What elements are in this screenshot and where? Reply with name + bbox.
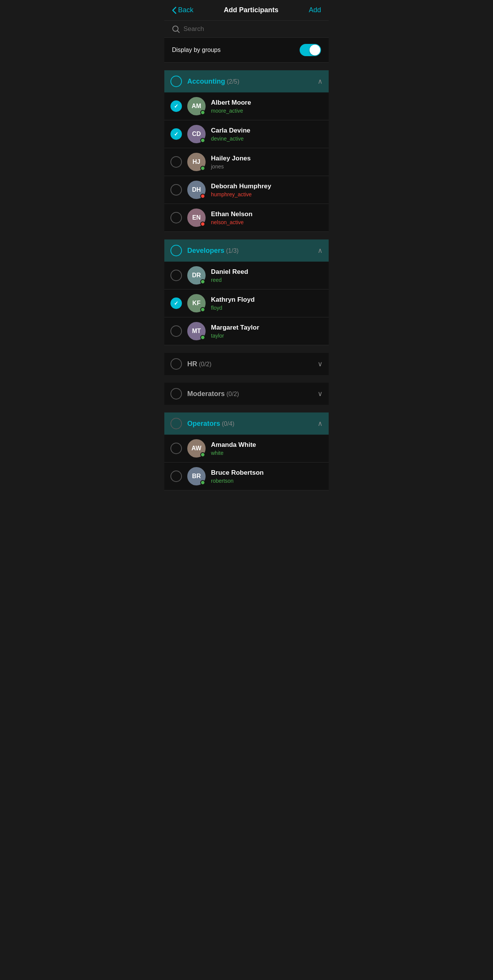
participant-name: Margaret Taylor [211, 324, 259, 332]
status-dot [200, 335, 205, 340]
group-section-moderators: Moderators (0/2)∨ [164, 383, 329, 405]
participant-row[interactable]: DHDeborah Humphreyhumphrey_active [164, 176, 329, 204]
participant-row[interactable]: DRDaniel Reedreed [164, 262, 329, 289]
participant-row[interactable]: ENEthan Nelsonnelson_active [164, 204, 329, 232]
group-title-moderators: Moderators (0/2) [187, 390, 239, 398]
participant-info: Albert Mooremoore_active [211, 99, 251, 114]
participant-name: Ethan Nelson [211, 210, 253, 218]
group-checkbox-developers[interactable] [170, 245, 182, 256]
avatar: MT [187, 322, 206, 340]
group-checkbox-operators[interactable] [170, 418, 182, 429]
group-checkbox-hr[interactable] [170, 358, 182, 370]
participant-checkbox-accounting-1[interactable] [170, 128, 182, 140]
status-dot [200, 307, 205, 312]
group-header-hr[interactable]: HR (0/2)∨ [164, 353, 329, 375]
participant-info: Hailey Jonesjones [211, 155, 251, 170]
participant-name: Kathryn Floyd [211, 296, 255, 304]
avatar: EN [187, 209, 206, 227]
status-dot [200, 480, 205, 485]
back-button[interactable]: Back [172, 6, 193, 14]
participant-checkbox-developers-2[interactable] [170, 325, 182, 337]
group-chevron-hr: ∨ [318, 360, 323, 368]
group-section-operators: Operators (0/4)∧AWAmanda WhitewhiteBRBru… [164, 412, 329, 490]
group-count-moderators: (0/2) [225, 391, 239, 397]
participant-checkbox-accounting-3[interactable] [170, 184, 182, 196]
participant-row[interactable]: CDCarla Devinedevine_active [164, 120, 329, 148]
status-dot [200, 138, 205, 143]
status-dot [200, 166, 205, 171]
avatar: KF [187, 294, 206, 312]
participant-checkbox-operators-0[interactable] [170, 443, 182, 454]
search-bar [164, 21, 329, 38]
avatar: BR [187, 467, 206, 485]
participant-checkbox-accounting-0[interactable] [170, 100, 182, 112]
chevron-left-icon [172, 6, 177, 14]
participant-name: Daniel Reed [211, 268, 248, 276]
group-section-developers: Developers (1/3)∧DRDaniel ReedreedKFKath… [164, 239, 329, 345]
participant-name: Albert Moore [211, 99, 251, 107]
participant-username: moore_active [211, 108, 251, 114]
participant-row[interactable]: AMAlbert Mooremoore_active [164, 92, 329, 120]
participant-name: Hailey Jones [211, 155, 251, 162]
header: Back Add Participants Add [164, 0, 329, 21]
group-header-operators[interactable]: Operators (0/4)∧ [164, 412, 329, 435]
group-title-operators: Operators (0/4) [187, 420, 234, 428]
search-input[interactable] [183, 25, 321, 33]
participant-row[interactable]: KFKathryn Floydfloyd [164, 289, 329, 317]
participant-username: taylor [211, 333, 259, 339]
participant-info: Ethan Nelsonnelson_active [211, 210, 253, 225]
add-button[interactable]: Add [309, 6, 321, 14]
group-count-developers: (1/3) [224, 247, 238, 254]
group-title-accounting: Accounting (2/5) [187, 78, 239, 86]
participant-name: Amanda White [211, 441, 256, 449]
participant-row[interactable]: MTMargaret Taylortaylor [164, 317, 329, 345]
group-chevron-accounting: ∧ [318, 77, 323, 86]
participant-info: Bruce Robertsonrobertson [211, 469, 264, 484]
group-header-developers[interactable]: Developers (1/3)∧ [164, 239, 329, 262]
avatar: DH [187, 181, 206, 199]
toggle-knob [310, 45, 320, 55]
group-header-accounting[interactable]: Accounting (2/5)∧ [164, 70, 329, 92]
participant-username: devine_active [211, 136, 250, 142]
group-header-moderators[interactable]: Moderators (0/2)∨ [164, 383, 329, 405]
participant-username: humphrey_active [211, 191, 271, 197]
participant-checkbox-accounting-2[interactable] [170, 156, 182, 168]
participant-info: Margaret Taylortaylor [211, 324, 259, 339]
avatar: CD [187, 125, 206, 143]
participant-username: jones [211, 163, 251, 170]
participant-info: Carla Devinedevine_active [211, 127, 250, 142]
participant-checkbox-operators-1[interactable] [170, 471, 182, 482]
avatar: AW [187, 439, 206, 458]
group-count-accounting: (2/5) [225, 78, 239, 85]
participant-username: reed [211, 277, 248, 283]
participant-row[interactable]: HJHailey Jonesjones [164, 148, 329, 176]
group-chevron-moderators: ∨ [318, 390, 323, 398]
avatar: AM [187, 97, 206, 115]
participant-name: Bruce Robertson [211, 469, 264, 477]
participant-row[interactable]: BRBruce Robertsonrobertson [164, 463, 329, 490]
participant-username: floyd [211, 305, 255, 311]
participant-username: white [211, 450, 256, 456]
participant-checkbox-developers-0[interactable] [170, 270, 182, 281]
svg-line-1 [178, 31, 180, 33]
display-by-groups-row: Display by groups [164, 38, 329, 63]
group-count-operators: (0/4) [220, 420, 234, 427]
group-chevron-operators: ∧ [318, 419, 323, 428]
page-title: Add Participants [224, 6, 278, 14]
avatar: HJ [187, 153, 206, 171]
group-checkbox-accounting[interactable] [170, 76, 182, 87]
status-dot [200, 110, 205, 115]
participant-row[interactable]: AWAmanda Whitewhite [164, 435, 329, 463]
participant-checkbox-developers-1[interactable] [170, 298, 182, 309]
status-dot [200, 452, 205, 457]
status-dot [200, 194, 205, 199]
participant-checkbox-accounting-4[interactable] [170, 212, 182, 223]
group-section-hr: HR (0/2)∨ [164, 353, 329, 375]
group-checkbox-moderators[interactable] [170, 388, 182, 399]
status-dot [200, 279, 205, 284]
group-title-developers: Developers (1/3) [187, 247, 238, 255]
participant-info: Deborah Humphreyhumphrey_active [211, 183, 271, 197]
back-label: Back [178, 6, 193, 14]
search-icon [172, 25, 180, 33]
display-by-groups-toggle[interactable] [300, 44, 321, 56]
